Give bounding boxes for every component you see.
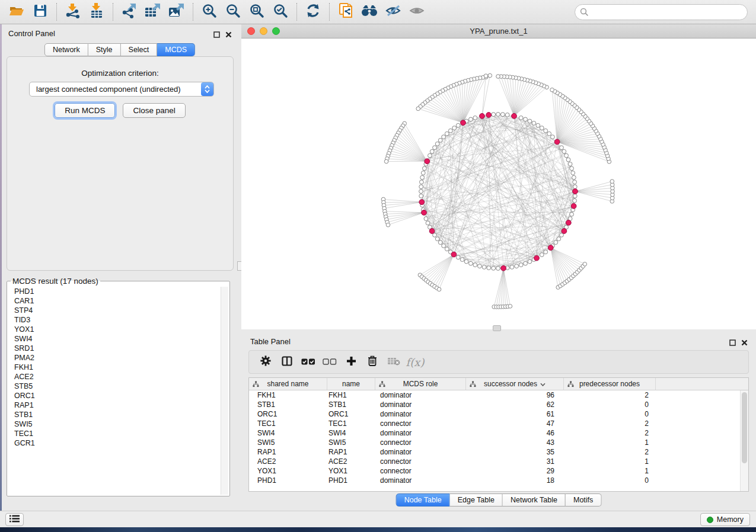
- cell-shared-name: RAP1: [249, 448, 327, 456]
- network-window-titlebar[interactable]: YPA_prune.txt_1: [241, 24, 756, 39]
- mcds-result-item[interactable]: GCR1: [8, 438, 220, 448]
- function-builder-button[interactable]: f(x): [404, 352, 426, 371]
- search-network-button[interactable]: [359, 2, 380, 22]
- column-header-name[interactable]: name: [327, 378, 375, 390]
- tab-select[interactable]: Select: [121, 43, 158, 56]
- cell-predecessor-nodes: 0: [564, 400, 656, 409]
- close-panel-icon[interactable]: [225, 30, 232, 40]
- columns-icon: [282, 356, 292, 368]
- mcds-result-item[interactable]: STB5: [8, 382, 220, 391]
- cell-shared-name: YOX1: [249, 467, 327, 475]
- memory-button[interactable]: Memory: [700, 513, 750, 526]
- refresh-button[interactable]: [302, 2, 324, 22]
- mcds-result-item[interactable]: ORC1: [8, 391, 220, 400]
- column-header-successor-nodes[interactable]: successor nodes: [466, 378, 564, 390]
- mcds-result-item[interactable]: RAP1: [8, 400, 220, 410]
- copy-network-button[interactable]: [335, 2, 356, 22]
- mcds-result-item[interactable]: YOX1: [8, 325, 220, 334]
- settings-button[interactable]: [255, 352, 276, 371]
- search-input[interactable]: [575, 4, 748, 20]
- table-scrollbar-thumb[interactable]: [742, 392, 747, 463]
- tab-mcds[interactable]: MCDS: [157, 43, 195, 56]
- add-column-button[interactable]: [340, 352, 362, 371]
- mcds-result-item[interactable]: STB1: [8, 410, 220, 419]
- column-header-mcds-role[interactable]: MCDS role: [375, 378, 466, 390]
- column-header-shared-name[interactable]: shared name: [249, 378, 327, 390]
- import-table-button[interactable]: [86, 2, 107, 22]
- float-panel-icon[interactable]: [729, 338, 736, 348]
- mcds-list-scrollbar[interactable]: [221, 287, 228, 495]
- eye-slash-icon: [385, 4, 401, 20]
- mcds-result-item[interactable]: ACE2: [8, 372, 220, 382]
- mcds-result-item[interactable]: SRD1: [8, 344, 220, 353]
- panel-splitter-horizontal-handle[interactable]: [493, 325, 501, 331]
- run-mcds-button[interactable]: Run MCDS: [55, 103, 115, 118]
- cell-successor-nodes: 96: [466, 391, 564, 399]
- show-console-button[interactable]: [5, 513, 24, 526]
- network-column-icon: [379, 381, 385, 389]
- table-scrollbar[interactable]: [740, 390, 748, 491]
- tab-node-table[interactable]: Node Table: [396, 493, 450, 507]
- export-network-button[interactable]: [119, 2, 140, 22]
- cell-predecessor-nodes: 0: [564, 476, 656, 485]
- export-table-button[interactable]: [142, 2, 164, 22]
- close-panel-button[interactable]: Close panel: [123, 103, 185, 118]
- table-row[interactable]: STB1 STB1 dominator 62 0: [249, 400, 740, 409]
- import-network-button[interactable]: [62, 2, 84, 22]
- toggle-columns-button[interactable]: [276, 352, 298, 371]
- cell-mcds-role: dominator: [375, 448, 466, 456]
- hide-selected-button[interactable]: [382, 2, 404, 22]
- zoom-selected-button[interactable]: [270, 2, 291, 22]
- delete-column-button[interactable]: [362, 352, 383, 371]
- column-header-predecessor-nodes[interactable]: predecessor nodes: [564, 378, 656, 390]
- float-panel-icon[interactable]: [213, 30, 220, 40]
- show-all-button[interactable]: [406, 2, 428, 22]
- search-field-wrap: [575, 4, 748, 20]
- mcds-result-item[interactable]: SWI4: [8, 334, 220, 344]
- mcds-result-item[interactable]: SWI5: [8, 419, 220, 429]
- cell-predecessor-nodes: 2: [564, 391, 656, 399]
- mcds-options-box: Optimization criterion: largest connecte…: [7, 56, 234, 271]
- select-all-columns-button[interactable]: [298, 352, 319, 371]
- zoom-in-button[interactable]: [199, 2, 220, 22]
- table-row[interactable]: SWI5 SWI5 connector 43 1: [249, 438, 740, 447]
- deselect-all-columns-button[interactable]: [319, 352, 340, 371]
- mcds-result-item[interactable]: PMA2: [8, 353, 220, 363]
- table-row[interactable]: PHD1 PHD1 dominator 18 0: [249, 476, 740, 485]
- tab-network[interactable]: Network: [44, 43, 88, 56]
- zoom-out-button[interactable]: [222, 2, 244, 22]
- network-graph[interactable]: [241, 39, 756, 329]
- table-row[interactable]: YOX1 YOX1 connector 29 1: [249, 466, 740, 476]
- network-canvas[interactable]: [241, 39, 756, 329]
- tab-style[interactable]: Style: [88, 43, 121, 56]
- export-image-button[interactable]: [166, 2, 187, 22]
- eye-icon: [409, 4, 425, 20]
- cell-shared-name: ACE2: [249, 457, 327, 466]
- tab-edge-table[interactable]: Edge Table: [450, 493, 503, 507]
- table-row[interactable]: RAP1 RAP1 dominator 35 2: [249, 447, 740, 457]
- optimization-criterion-dropdown[interactable]: largest connected component (undirected): [29, 82, 214, 97]
- cell-shared-name: PHD1: [249, 476, 327, 485]
- table-row[interactable]: SWI4 SWI4 dominator 46 2: [249, 428, 740, 438]
- table-row[interactable]: ACE2 ACE2 connector 31 1: [249, 457, 740, 466]
- dropdown-selected-value: largest connected component (undirected): [30, 85, 201, 94]
- mcds-result-item[interactable]: FKH1: [8, 363, 220, 372]
- open-file-button[interactable]: [6, 2, 27, 22]
- mcds-result-item[interactable]: CAR1: [8, 296, 220, 306]
- zoom-fit-button[interactable]: [246, 2, 267, 22]
- table-row[interactable]: TEC1 TEC1 connector 47 2: [249, 419, 740, 428]
- cell-successor-nodes: 35: [466, 448, 564, 456]
- table-row[interactable]: ORC1 ORC1 dominator 61 0: [249, 409, 740, 419]
- mcds-result-item[interactable]: TEC1: [8, 429, 220, 438]
- cell-predecessor-nodes: 0: [564, 410, 656, 418]
- mcds-result-item[interactable]: TID3: [8, 315, 220, 325]
- close-panel-icon[interactable]: [741, 338, 748, 348]
- cell-mcds-role: connector: [375, 419, 466, 428]
- mcds-result-item[interactable]: PHD1: [8, 287, 220, 296]
- tab-network-table[interactable]: Network Table: [503, 493, 566, 507]
- mcds-result-item[interactable]: STP4: [8, 306, 220, 315]
- save-session-button[interactable]: [30, 2, 51, 22]
- delete-table-button[interactable]: [383, 352, 404, 371]
- tab-motifs[interactable]: Motifs: [566, 493, 601, 507]
- table-row[interactable]: FKH1 FKH1 dominator 96 2: [249, 390, 740, 400]
